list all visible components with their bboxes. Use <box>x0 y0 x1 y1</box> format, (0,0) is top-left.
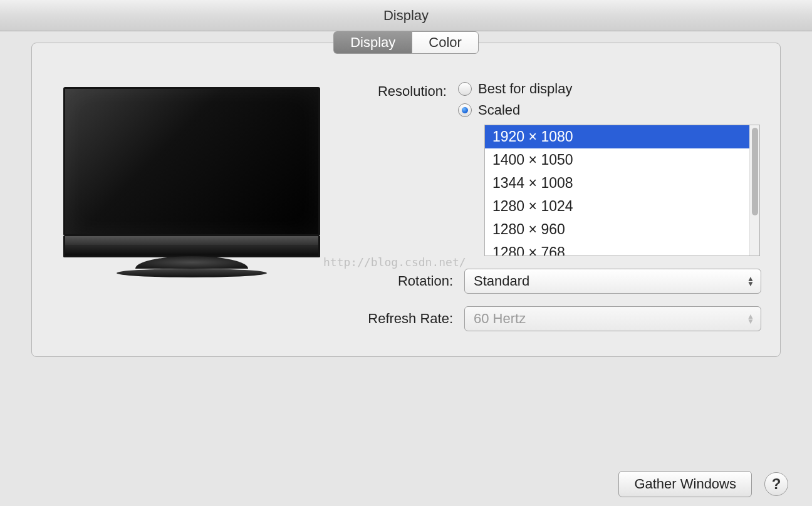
radio-icon <box>458 82 472 96</box>
tab-color[interactable]: Color <box>412 31 479 54</box>
resolution-option[interactable]: 1280 × 1024 <box>485 195 749 218</box>
scrollbar-thumb[interactable] <box>752 128 758 215</box>
radio-best-label: Best for display <box>478 81 572 97</box>
refresh-rate-label: Refresh Rate: <box>358 311 464 327</box>
window-title: Display <box>383 8 429 24</box>
window-titlebar: Display <box>0 0 812 31</box>
refresh-rate-value: 60 Hertz <box>474 311 526 327</box>
radio-best-for-display[interactable]: Best for display <box>458 81 761 97</box>
resolution-listbox: 1920 × 1080 1400 × 1050 1344 × 1008 1280… <box>484 125 760 256</box>
refresh-rate-select: 60 Hertz ▲▼ <box>464 306 761 331</box>
gather-windows-button[interactable]: Gather Windows <box>618 471 752 497</box>
rotation-select[interactable]: Standard ▲▼ <box>464 269 761 294</box>
resolution-option[interactable]: 1280 × 768 <box>485 241 749 256</box>
scrollbar[interactable] <box>749 125 759 256</box>
rotation-label: Rotation: <box>358 273 464 289</box>
tab-display[interactable]: Display <box>333 31 412 54</box>
settings-panel: Resolution: Best for display Scaled <box>31 43 781 357</box>
radio-scaled[interactable]: Scaled <box>458 102 761 118</box>
monitor-icon <box>63 87 320 277</box>
resolution-option[interactable]: 1280 × 960 <box>485 218 749 241</box>
rotation-value: Standard <box>474 273 529 289</box>
help-button[interactable]: ? <box>764 472 788 496</box>
resolution-option[interactable]: 1400 × 1050 <box>485 148 749 172</box>
chevron-up-down-icon: ▲▼ <box>747 276 754 286</box>
resolution-option[interactable]: 1920 × 1080 <box>485 125 749 148</box>
resolution-label: Resolution: <box>358 81 458 100</box>
radio-scaled-label: Scaled <box>478 102 520 118</box>
resolution-option[interactable]: 1344 × 1008 <box>485 172 749 195</box>
radio-icon <box>458 103 472 117</box>
chevron-up-down-icon: ▲▼ <box>747 314 754 324</box>
footer: Gather Windows ? <box>618 471 788 497</box>
tab-bar: Display Color <box>31 31 781 54</box>
